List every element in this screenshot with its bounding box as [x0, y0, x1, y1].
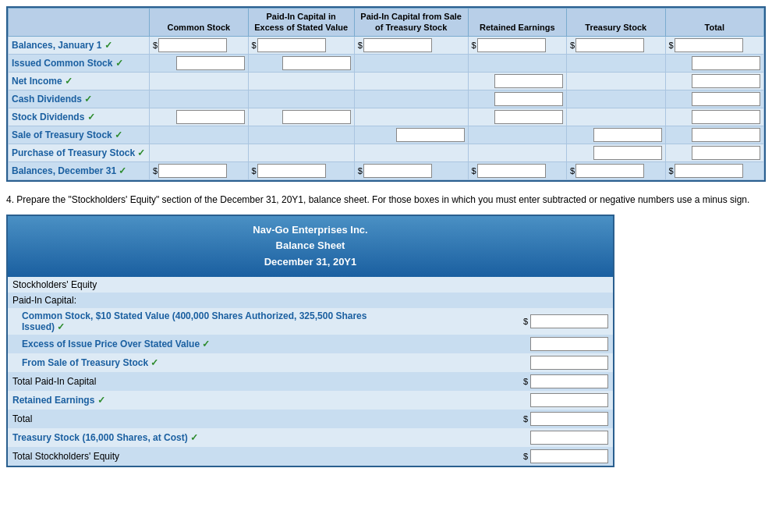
bal-dec31-common-input[interactable]: [158, 164, 227, 178]
col-common-stock-header: Common Stock: [150, 9, 248, 37]
row-netincome-col5: [567, 72, 665, 90]
row-stockdiv-col1: [150, 108, 248, 126]
table-row: Net Income ✓: [9, 72, 764, 90]
row-saletreasury-col5: [567, 126, 665, 144]
stockholders-equity-section: Common Stock Paid-In Capital in Excess o…: [6, 6, 766, 182]
saletreasury-treasury-input[interactable]: [593, 128, 662, 142]
row-purchtreasury-label: Purchase of Treasury Stock ✓: [9, 144, 150, 161]
table-row: Sale of Treasury Stock ✓: [9, 126, 764, 144]
saletreasury-paidin-input[interactable]: [396, 128, 465, 142]
col-paidin-sale-header: Paid-In Capital from Sale of Treasury St…: [354, 9, 468, 37]
saletreasury-total-input[interactable]: [692, 128, 760, 142]
stockdiv-retained-input[interactable]: [494, 110, 563, 124]
bal-jan1-paidin-input[interactable]: [257, 38, 326, 52]
row-issued-col5: [567, 54, 665, 72]
bal-dec31-treasury-input[interactable]: [575, 164, 644, 178]
treasury-stock-input-cell: [401, 428, 613, 447]
instruction-text: 4. Prepare the "Stockholders' Equity" se…: [6, 193, 766, 207]
row-purchtreasury-col5: [567, 144, 665, 161]
col-treasury-header: Treasury Stock: [567, 9, 665, 37]
total-se-label: Total Stockholders' Equity: [8, 447, 401, 466]
row-issued-col4: [468, 54, 566, 72]
table-row: Stockholders' Equity: [8, 277, 613, 293]
table-row: Cash Dividends ✓: [9, 90, 764, 108]
row-stockdiv-col2: [248, 108, 354, 126]
issued-total-input[interactable]: [692, 56, 760, 70]
row-saletreasury-col4: [468, 126, 566, 144]
row-netincome-col2: [248, 72, 354, 90]
row-bal-jan1-col3: $: [354, 36, 468, 54]
row-bal-jan1-col1: $: [150, 36, 248, 54]
bal-dec31-paidin-sale-input[interactable]: [363, 164, 432, 178]
row-bal-dec31-col4: $: [468, 161, 566, 179]
row-issued-col6: [665, 54, 763, 72]
bal-jan1-treasury-input[interactable]: [575, 38, 644, 52]
row-cashdiv-col6: [665, 90, 763, 108]
table-row: Purchase of Treasury Stock ✓: [9, 144, 764, 161]
stockdiv-total-input[interactable]: [692, 110, 760, 124]
from-sale-treasury-input-cell: [401, 353, 613, 372]
table-row: Stock Dividends ✓: [9, 108, 764, 126]
stockdiv-paidin-input[interactable]: [282, 110, 351, 124]
row-bal-jan1-label: Balances, January 1 ✓: [9, 36, 150, 54]
row-stockdiv-col5: [567, 108, 665, 126]
retained-earnings-input-cell: [401, 391, 613, 410]
total-se-input[interactable]: [530, 449, 608, 463]
bal-dec31-total-input[interactable]: [675, 164, 743, 178]
stockdiv-common-input[interactable]: [176, 110, 245, 124]
common-stock-input[interactable]: [530, 314, 608, 328]
row-saletreasury-col1: [150, 126, 248, 144]
excess-issue-input-cell: [401, 335, 613, 353]
excess-issue-input[interactable]: [530, 337, 608, 351]
subtotal-input[interactable]: [530, 412, 608, 426]
table-row: Common Stock, $10 Stated Value (400,000 …: [8, 308, 613, 335]
row-cashdiv-label: Cash Dividends ✓: [9, 90, 150, 108]
cashdiv-total-input[interactable]: [692, 92, 760, 106]
cashdiv-retained-input[interactable]: [494, 92, 563, 106]
col-label-header: [9, 9, 150, 37]
common-stock-label: Common Stock, $10 Stated Value (400,000 …: [8, 308, 401, 335]
row-bal-dec31-label: Balances, December 31 ✓: [9, 161, 150, 179]
row-stockdiv-col3: [354, 108, 468, 126]
bs-header: Nav-Go Enterprises Inc. Balance Sheet De…: [8, 216, 613, 277]
issued-paidin-input[interactable]: [282, 56, 351, 70]
bal-jan1-paidin-sale-input[interactable]: [363, 38, 432, 52]
purchtreasury-total-input[interactable]: [692, 146, 760, 160]
bal-jan1-retained-input[interactable]: [477, 38, 546, 52]
netincome-total-input[interactable]: [692, 74, 760, 88]
bal-jan1-common-input[interactable]: [158, 38, 227, 52]
table-row: From Sale of Treasury Stock ✓: [8, 353, 613, 372]
row-purchtreasury-col3: [354, 144, 468, 161]
row-issued-col1: [150, 54, 248, 72]
se-table: Common Stock Paid-In Capital in Excess o…: [8, 8, 764, 180]
se-heading-label: Stockholders' Equity: [8, 277, 401, 293]
table-row: Excess of Issue Price Over Stated Value …: [8, 335, 613, 353]
netincome-retained-input[interactable]: [494, 74, 563, 88]
retained-earnings-label: Retained Earnings ✓: [8, 391, 401, 410]
retained-earnings-input[interactable]: [530, 393, 608, 407]
bal-dec31-retained-input[interactable]: [477, 164, 546, 178]
common-stock-input-cell: $: [401, 308, 613, 335]
row-bal-jan1-col2: $: [248, 36, 354, 54]
from-sale-treasury-input[interactable]: [530, 356, 608, 370]
treasury-stock-input[interactable]: [530, 431, 608, 445]
table-row: Total Stockholders' Equity $: [8, 447, 613, 466]
table-row: Total Paid-In Capital $: [8, 372, 613, 391]
total-paidin-input-cell: $: [401, 372, 613, 391]
bs-company-name: Nav-Go Enterprises Inc.: [11, 222, 610, 239]
total-paidin-input[interactable]: [530, 374, 608, 388]
row-netincome-col4: [468, 72, 566, 90]
row-issued-col2: [248, 54, 354, 72]
se-table-header-row: Common Stock Paid-In Capital in Excess o…: [9, 9, 764, 37]
bs-date: December 31, 20Y1: [11, 254, 610, 271]
row-bal-dec31-col1: $: [150, 161, 248, 179]
row-purchtreasury-col1: [150, 144, 248, 161]
issued-common-input[interactable]: [176, 56, 245, 70]
row-bal-dec31-col6: $: [665, 161, 763, 179]
bal-dec31-paidin-input[interactable]: [257, 164, 326, 178]
bal-jan1-total-input[interactable]: [675, 38, 743, 52]
excess-issue-label: Excess of Issue Price Over Stated Value …: [8, 335, 401, 353]
purchtreasury-treasury-input[interactable]: [593, 146, 662, 160]
table-row: Paid-In Capital:: [8, 293, 613, 308]
row-netincome-col6: [665, 72, 763, 90]
